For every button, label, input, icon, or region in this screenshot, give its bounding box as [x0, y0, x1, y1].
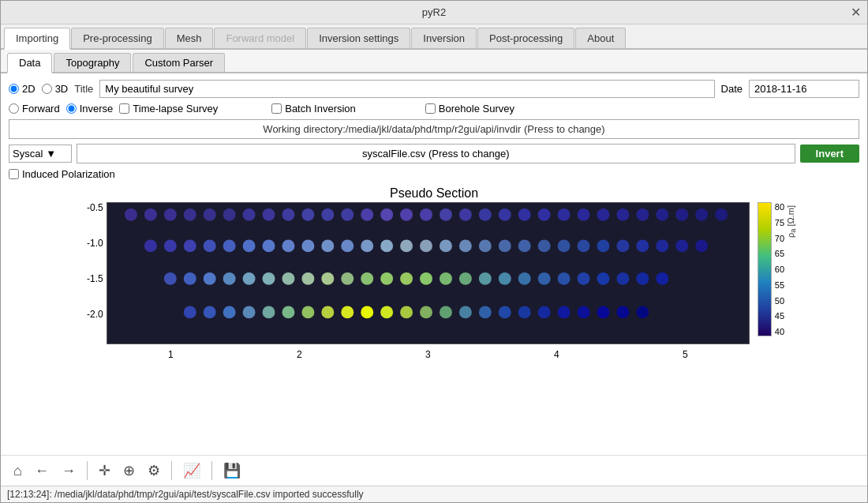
- home-button[interactable]: ⌂: [9, 461, 27, 481]
- borehole-survey-label[interactable]: Borehole Survey: [425, 103, 514, 114]
- save-button[interactable]: 💾: [219, 460, 245, 481]
- x-label-3: 3: [425, 349, 431, 360]
- toolbar-separator-1: [87, 461, 88, 480]
- time-lapse-checkbox[interactable]: [119, 103, 129, 114]
- radio-3d-label[interactable]: 3D: [42, 83, 69, 95]
- tab-post-processing[interactable]: Post-processing: [477, 28, 574, 48]
- tab-about[interactable]: About: [575, 28, 626, 48]
- x-label-5: 5: [683, 349, 688, 360]
- tab-inversion[interactable]: Inversion: [411, 28, 477, 48]
- svg-point-86: [184, 306, 196, 319]
- svg-point-48: [479, 239, 492, 252]
- svg-point-106: [577, 306, 589, 319]
- window-title: pyR2: [422, 6, 446, 18]
- svg-point-66: [282, 272, 294, 285]
- colorbar-gradient: [758, 202, 772, 336]
- ip-checkbox[interactable]: [9, 169, 19, 179]
- chart-button[interactable]: 📈: [178, 460, 205, 481]
- svg-point-4: [203, 208, 215, 221]
- cb-label-50: 50: [775, 296, 784, 306]
- svg-point-16: [440, 208, 452, 221]
- format-dropdown[interactable]: Syscal ▼: [9, 145, 72, 163]
- y-label-2: -1.5: [87, 273, 103, 284]
- batch-inversion-checkbox[interactable]: [271, 103, 282, 114]
- svg-point-89: [242, 306, 255, 319]
- survey-type-row: Forward Inverse Time-lapse Survey Batch …: [9, 103, 859, 114]
- tab-pre-processing[interactable]: Pre-processing: [71, 28, 163, 48]
- svg-point-7: [262, 208, 275, 221]
- svg-point-100: [459, 306, 472, 319]
- svg-point-13: [380, 208, 393, 221]
- svg-point-30: [715, 208, 728, 221]
- svg-point-2: [164, 208, 177, 221]
- pan-button[interactable]: ✛: [94, 460, 115, 481]
- svg-point-77: [499, 272, 511, 285]
- forward-button[interactable]: →: [57, 461, 80, 481]
- svg-point-97: [400, 306, 413, 319]
- radio-3d[interactable]: [42, 84, 52, 94]
- title-input[interactable]: [99, 80, 714, 98]
- colorbar-label-list: 80 75 70 65 60 55 50 45 40: [775, 202, 784, 336]
- borehole-survey-checkbox[interactable]: [425, 103, 436, 114]
- cb-label-70: 70: [775, 234, 784, 243]
- working-dir-btn[interactable]: Working directory:/media/jkl/data/phd/tm…: [9, 119, 859, 139]
- file-select-btn[interactable]: syscalFile.csv (Press to change): [77, 144, 795, 163]
- svg-point-21: [537, 208, 550, 221]
- sub-tab-custom-parser[interactable]: Custom Parser: [133, 53, 225, 72]
- toolbar-separator-3: [211, 461, 212, 480]
- cb-label-65: 65: [775, 249, 784, 258]
- main-tab-bar: Importing Pre-processing Mesh Forward mo…: [1, 24, 867, 50]
- y-label-3: -2.0: [87, 309, 103, 320]
- settings-button[interactable]: ⚙: [143, 460, 165, 481]
- time-lapse-label[interactable]: Time-lapse Survey: [119, 103, 218, 114]
- svg-point-88: [223, 306, 235, 319]
- tab-mesh[interactable]: Mesh: [165, 28, 214, 48]
- x-axis: 1 2 3 4 5: [107, 346, 750, 368]
- svg-point-92: [301, 306, 314, 319]
- radio-inverse-label[interactable]: Inverse: [66, 103, 114, 114]
- svg-point-50: [518, 239, 531, 252]
- colorbar-row: 80 75 70 65 60 55 50 45 40 ρa [Ω.m]: [750, 202, 797, 336]
- radio-inverse[interactable]: [66, 103, 77, 114]
- radio-2d[interactable]: [9, 84, 19, 94]
- label-forward: Forward: [22, 103, 60, 114]
- svg-point-67: [301, 272, 314, 285]
- svg-point-27: [656, 208, 668, 221]
- svg-point-33: [184, 239, 196, 252]
- svg-point-102: [499, 306, 511, 319]
- tab-forward-model[interactable]: Forward model: [214, 28, 306, 48]
- svg-point-17: [459, 208, 472, 221]
- svg-point-68: [321, 272, 334, 285]
- radio-forward[interactable]: [9, 103, 19, 114]
- svg-point-53: [577, 239, 589, 252]
- svg-point-72: [400, 272, 413, 285]
- title-label: Title: [74, 83, 93, 95]
- dropdown-value: Syscal: [13, 148, 43, 160]
- date-input[interactable]: [749, 80, 859, 98]
- radio-2d-label[interactable]: 2D: [9, 83, 36, 95]
- svg-point-20: [518, 208, 531, 221]
- tab-inversion-settings[interactable]: Inversion settings: [307, 28, 410, 48]
- svg-point-6: [242, 208, 255, 221]
- batch-inversion-label[interactable]: Batch Inversion: [271, 103, 356, 114]
- tab-importing[interactable]: Importing: [4, 28, 70, 50]
- svg-point-73: [420, 272, 432, 285]
- svg-point-98: [420, 306, 432, 319]
- svg-point-59: [695, 239, 708, 252]
- svg-point-103: [518, 306, 531, 319]
- sub-tab-data[interactable]: Data: [7, 53, 52, 73]
- back-button[interactable]: ←: [30, 461, 54, 481]
- invert-button[interactable]: Invert: [800, 145, 859, 163]
- svg-point-28: [675, 208, 688, 221]
- svg-point-29: [695, 208, 708, 221]
- svg-point-44: [400, 239, 413, 252]
- zoom-button[interactable]: ⊕: [118, 460, 140, 481]
- close-button[interactable]: ✕: [851, 6, 861, 19]
- sub-tab-topography[interactable]: Topography: [54, 53, 131, 72]
- y-label-1: -1.0: [87, 238, 103, 249]
- radio-forward-label[interactable]: Forward: [9, 103, 60, 114]
- svg-point-19: [499, 208, 511, 221]
- svg-point-31: [144, 239, 157, 252]
- ip-label[interactable]: Induced Polarization: [9, 168, 115, 180]
- chart-container: -0.5 -1.0 -1.5 -2.0: [7, 202, 861, 368]
